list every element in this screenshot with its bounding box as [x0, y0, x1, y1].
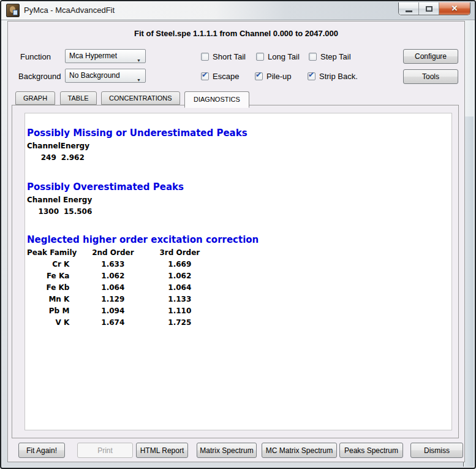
cell-channel: 249 — [27, 152, 61, 164]
print-button: Print — [77, 443, 133, 458]
titlebar[interactable]: PyMca - McaAdvancedFit ✕ — [1, 1, 475, 20]
scrollbar-thumb[interactable] — [464, 116, 474, 467]
chevron-down-icon: ▼ — [137, 54, 141, 67]
cell-3rd-order: 1.062 — [149, 270, 210, 282]
overestimated-peaks-table: Channel Energy 1300 15.506 — [27, 194, 92, 218]
cell-channel: 1300 — [27, 206, 63, 218]
table-row: Pb M 1.094 1.110 — [27, 305, 210, 317]
overestimated-peaks-section: Possibly Overestimated Peaks Channel Ene… — [27, 181, 451, 218]
checkbox-label: Step Tail — [320, 52, 351, 61]
cell-peak-family: Fe Ka — [27, 270, 77, 282]
column-header: Energy — [63, 194, 92, 206]
column-header: 2nd Order — [77, 247, 149, 259]
checkbox-short-tail[interactable]: ✔ Short Tail — [201, 51, 246, 61]
cell-2nd-order: 1.674 — [77, 317, 149, 329]
checkbox-step-tail[interactable]: ✔ Step Tail — [309, 51, 351, 61]
tab-graph[interactable]: GRAPH — [15, 91, 55, 105]
tab-bar: GRAPH TABLE CONCENTRATIONS DIAGNOSTICS — [15, 91, 251, 105]
checkbox-escape[interactable]: ✔ Escape — [201, 71, 239, 81]
cell-2nd-order: 1.064 — [77, 282, 149, 294]
configure-button[interactable]: Configure — [403, 49, 458, 64]
html-report-button[interactable]: HTML Report — [136, 443, 188, 458]
close-button[interactable]: ✕ — [439, 2, 470, 15]
checkbox-long-tail[interactable]: ✔ Long Tail — [256, 51, 300, 61]
diagnostics-tab-pane: Possibly Missing or Underestimated Peaks… — [12, 105, 459, 438]
cell-energy: 15.506 — [63, 206, 92, 218]
caption-buttons: ✕ — [398, 2, 470, 15]
cell-3rd-order: 1.064 — [149, 282, 210, 294]
checkbox-box: ✔ — [201, 72, 209, 80]
cell-peak-family: Mn K — [27, 294, 77, 305]
chevron-down-icon: ▼ — [137, 74, 141, 86]
matrix-spectrum-button[interactable]: Matrix Spectrum — [197, 443, 257, 458]
function-label: Function — [20, 52, 51, 61]
cell-peak-family: Cr K — [27, 259, 77, 270]
mc-matrix-spectrum-button[interactable]: MC Matrix Spectrum — [262, 443, 337, 458]
peaks-spectrum-button[interactable]: Peaks Spectrum — [339, 443, 403, 458]
fit-again-button[interactable]: Fit Again! — [18, 443, 65, 458]
tab-diagnostics[interactable]: DIAGNOSTICS — [184, 91, 249, 108]
table-row: Mn K 1.129 1.133 — [27, 294, 210, 305]
check-icon: ✔ — [255, 71, 262, 79]
window-title: PyMca - McaAdvancedFit — [24, 6, 115, 15]
table-row: 1300 15.506 — [27, 206, 92, 218]
cell-peak-family: Fe Kb — [27, 282, 77, 294]
cell-peak-family: V K — [27, 317, 77, 329]
tab-concentrations[interactable]: CONCENTRATIONS — [101, 91, 179, 105]
higher-order-section: Neglected higher order excitation correc… — [27, 234, 451, 329]
cell-2nd-order: 1.062 — [77, 270, 149, 282]
cell-peak-family: Pb M — [27, 305, 77, 317]
table-row: Fe Kb 1.064 1.064 — [27, 282, 210, 294]
cell-3rd-order: 1.133 — [149, 294, 210, 305]
check-icon: ✔ — [308, 71, 314, 79]
checkbox-label: Long Tail — [268, 52, 300, 61]
checkbox-box: ✔ — [308, 72, 315, 80]
dialog-client-area: Fit of Steel.spe 1.1.1.1 from Channel 0.… — [7, 21, 465, 462]
column-header: Channel — [27, 194, 63, 206]
checkbox-box: ✔ — [255, 72, 263, 80]
close-icon: ✕ — [451, 4, 458, 13]
fit-header-title: Fit of Steel.spe 1.1.1.1 from Channel 0.… — [8, 29, 464, 38]
section-title: Possibly Missing or Underestimated Peaks — [27, 128, 451, 139]
tab-table[interactable]: TABLE — [60, 91, 97, 105]
cell-2nd-order: 1.094 — [77, 305, 149, 317]
background-label: Background — [18, 72, 61, 81]
function-combobox[interactable]: Mca Hypermet ▼ — [65, 49, 146, 63]
cell-3rd-order: 1.110 — [149, 305, 210, 317]
tools-button[interactable]: Tools — [403, 69, 458, 84]
higher-order-table: Peak Family 2nd Order 3rd Order Cr K 1.6… — [27, 247, 210, 329]
section-title: Possibly Overestimated Peaks — [27, 181, 451, 193]
cell-energy: 2.962 — [61, 152, 89, 164]
maximize-button[interactable] — [419, 2, 439, 15]
pymca-monalisa-icon — [6, 4, 20, 17]
icon-detector-chip — [13, 10, 18, 15]
checkbox-label: Pile-up — [266, 72, 291, 81]
checkbox-label: Strip Back. — [319, 72, 358, 81]
pymca-window: PyMca - McaAdvancedFit ✕ Fit of Steel.sp… — [0, 0, 476, 469]
cell-3rd-order: 1.669 — [149, 259, 210, 270]
diagnostics-report-area: Possibly Missing or Underestimated Peaks… — [25, 113, 452, 430]
function-combobox-value: Mca Hypermet — [69, 51, 117, 60]
column-header: Channel — [27, 140, 61, 152]
table-row: Fe Ka 1.062 1.062 — [27, 270, 210, 282]
table-row: V K 1.674 1.725 — [27, 317, 210, 329]
column-header: Peak Family — [27, 247, 77, 259]
cell-2nd-order: 1.129 — [77, 294, 149, 305]
background-combobox-value: No Background — [69, 71, 120, 80]
checkbox-strip-back[interactable]: ✔ Strip Back. — [308, 71, 358, 81]
minimize-icon — [406, 10, 412, 12]
dismiss-button[interactable]: Dismiss — [410, 443, 463, 458]
maximize-icon — [426, 6, 433, 12]
table-row: Cr K 1.633 1.669 — [27, 259, 210, 270]
checkbox-box: ✔ — [201, 53, 209, 61]
column-header: Energy — [61, 140, 89, 152]
minimize-button[interactable] — [399, 2, 419, 15]
background-combobox[interactable]: No Background ▼ — [65, 69, 146, 83]
cell-2nd-order: 1.633 — [77, 259, 149, 270]
missing-peaks-section: Possibly Missing or Underestimated Peaks… — [27, 128, 451, 164]
cell-3rd-order: 1.725 — [149, 317, 210, 329]
missing-peaks-table: Channel Energy 249 2.962 — [27, 140, 89, 164]
checkbox-pile-up[interactable]: ✔ Pile-up — [255, 71, 291, 81]
column-header: 3rd Order — [149, 247, 210, 259]
section-title: Neglected higher order excitation correc… — [27, 234, 451, 245]
